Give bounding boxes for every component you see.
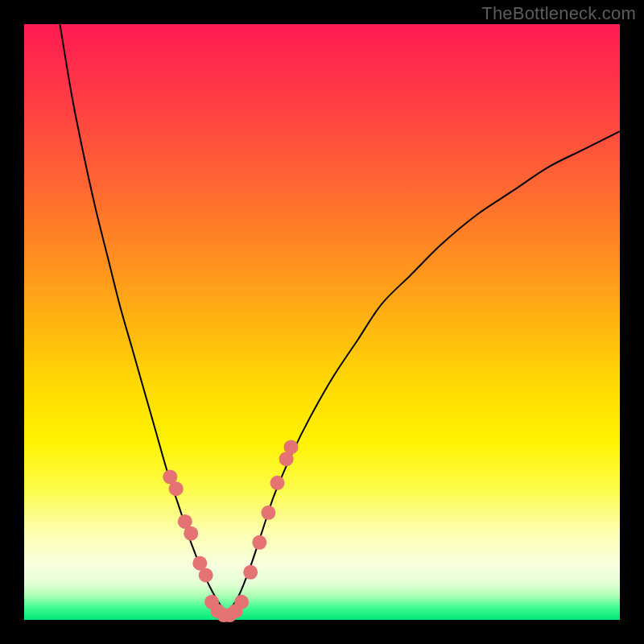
highlight-dot	[169, 481, 184, 496]
plot-area	[24, 24, 620, 620]
highlight-dots-group	[163, 440, 298, 622]
highlight-dot	[199, 568, 213, 583]
highlight-dot	[252, 535, 266, 550]
chart-frame: TheBottleneck.com	[0, 0, 644, 644]
watermark-text: TheBottleneck.com	[481, 3, 636, 24]
highlight-dot	[261, 506, 275, 520]
chart-svg	[24, 24, 620, 620]
curve-left-branch	[60, 24, 226, 614]
highlight-dot	[284, 440, 299, 454]
highlight-dot	[243, 565, 258, 580]
highlight-dot	[234, 595, 249, 609]
highlight-dot	[184, 526, 198, 541]
curve-right-branch	[227, 131, 620, 613]
highlight-dot	[270, 476, 285, 490]
